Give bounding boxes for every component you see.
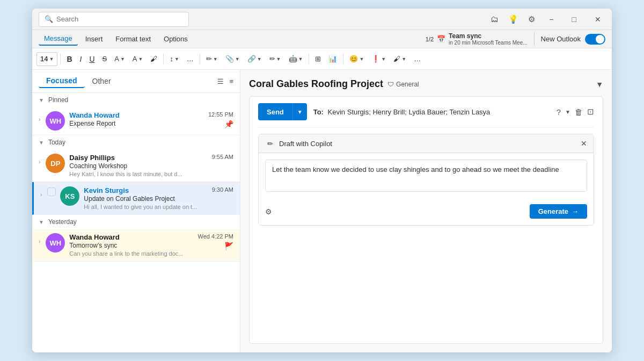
font-color-button[interactable]: A ▼ bbox=[129, 51, 147, 67]
menu-item-format[interactable]: Format text bbox=[110, 33, 156, 45]
compose-title-badge: 🛡 General bbox=[387, 81, 419, 88]
sensitivity-button[interactable]: 🖌 ▼ bbox=[390, 51, 409, 67]
font-color-chevron: ▼ bbox=[138, 56, 143, 62]
yesterday-group-header[interactable]: ▼ Yesterday bbox=[32, 215, 240, 229]
email-sender-kevin: Kevin Sturgis bbox=[84, 186, 207, 194]
draw-icon: ✏ bbox=[269, 55, 275, 63]
inbox-icon[interactable]: 🗂 bbox=[491, 15, 499, 24]
strikethrough-button[interactable]: S bbox=[99, 51, 111, 67]
email-preview-kevin: Hi all, I wanted to give you an update o… bbox=[84, 204, 207, 210]
sidebar: Focused Other ☰ ≡ ▼ Pinned › WH Wanda Ho… bbox=[32, 70, 240, 352]
copilot-chevron: ▼ bbox=[298, 56, 303, 62]
calendar-icon: 📅 bbox=[437, 35, 445, 43]
lightbulb-icon[interactable]: 💡 bbox=[508, 15, 518, 24]
today-email-item-daisy[interactable]: › DP Daisy Phillips Coaching Workshop He… bbox=[32, 149, 240, 182]
line-spacing-button[interactable]: ↕ ▼ bbox=[166, 51, 182, 67]
search-input[interactable] bbox=[56, 15, 183, 23]
email-time-wanda2: Wed 4:22 PM bbox=[198, 233, 233, 240]
generate-button[interactable]: Generate → bbox=[530, 204, 587, 219]
copilot-close-icon[interactable]: ✕ bbox=[581, 139, 587, 148]
sidebar-tab-icons: ☰ ≡ bbox=[217, 77, 233, 85]
copilot-button[interactable]: 🤖 ▼ bbox=[286, 51, 306, 67]
new-outlook-switch[interactable] bbox=[585, 34, 605, 45]
reading-pane-icon[interactable]: ☰ bbox=[217, 77, 224, 85]
minimize-button[interactable]: − bbox=[545, 13, 558, 26]
yesterday-expand-icon: ▼ bbox=[39, 219, 44, 225]
yesterday-group-label: Yesterday bbox=[48, 218, 77, 226]
font-color-icon: A bbox=[133, 55, 137, 63]
underline-button[interactable]: U bbox=[86, 51, 98, 67]
font-size-selector[interactable]: 14 ▼ bbox=[36, 52, 57, 66]
help-dropdown-icon[interactable]: ▼ bbox=[565, 109, 570, 115]
pinned-email-item-wanda[interactable]: › WH Wanda Howard Expense Report 12:55 P… bbox=[32, 107, 240, 135]
send-dropdown-button[interactable]: ▼ bbox=[292, 103, 307, 120]
highlight-chevron: ▼ bbox=[120, 56, 125, 62]
table-button[interactable]: ⊞ bbox=[312, 51, 324, 67]
copilot-options-icon[interactable]: ⚙ bbox=[265, 207, 272, 216]
compose-title-text: Coral Gables Roofing Project bbox=[249, 78, 383, 90]
email-content: Wanda Howard Expense Report bbox=[69, 111, 204, 128]
tab-other[interactable]: Other bbox=[85, 75, 119, 88]
email-time-kevin: 9:30 AM bbox=[212, 186, 233, 193]
draw-button[interactable]: ✏ ▼ bbox=[266, 51, 284, 67]
today-group-header[interactable]: ▼ Today bbox=[32, 135, 240, 149]
toolbar-more-button[interactable]: … bbox=[411, 51, 424, 67]
compose-header: Coral Gables Roofing Project 🛡 General ▼ bbox=[249, 78, 603, 90]
email-checkbox[interactable] bbox=[47, 187, 56, 196]
italic-button[interactable]: I bbox=[77, 51, 85, 67]
expand-icon[interactable]: ⊡ bbox=[587, 107, 594, 117]
today-email-item-kevin[interactable]: › KS Kevin Sturgis Update on Coral Gable… bbox=[32, 182, 240, 215]
copilot-text-input[interactable] bbox=[265, 160, 587, 192]
copilot-draft-icon: ✏ bbox=[265, 139, 275, 148]
email-subject-kevin: Update on Coral Gables Project bbox=[84, 195, 207, 203]
team-sync-detail: in 20 min Microsoft Teams Mee... bbox=[449, 40, 528, 46]
emoji-chevron: ▼ bbox=[359, 56, 364, 62]
sensitivity-chevron: ▼ bbox=[401, 56, 406, 62]
flag-icon: ❗ bbox=[371, 55, 380, 63]
menu-item-options[interactable]: Options bbox=[158, 33, 193, 45]
emoji-button[interactable]: 😊 ▼ bbox=[346, 51, 367, 67]
avatar: WH bbox=[46, 111, 65, 131]
team-sync-badge: 1/2 📅 Team sync in 20 min Microsoft Team… bbox=[426, 32, 535, 46]
compose-card: Send ▼ To: Kevin Sturgis; Henry Brill; L… bbox=[249, 96, 603, 344]
maximize-button[interactable]: □ bbox=[568, 13, 581, 26]
email-content-kevin: Kevin Sturgis Update on Coral Gables Pro… bbox=[84, 186, 207, 210]
font-size-value: 14 bbox=[40, 55, 48, 63]
highlight-button[interactable]: A ▼ bbox=[111, 51, 128, 67]
compose-collapse-icon[interactable]: ▼ bbox=[596, 80, 603, 89]
copilot-panel: ✏ Draft with Copilot ✕ ⚙ Generate → bbox=[258, 134, 594, 226]
email-content-daisy: Daisy Phillips Coaching Workshop Hey Kat… bbox=[69, 154, 207, 177]
email-meta-kevin: 9:30 AM bbox=[212, 186, 233, 193]
signature-button[interactable]: ✏ ▼ bbox=[203, 51, 221, 67]
menu-item-message[interactable]: Message bbox=[39, 32, 78, 46]
toolbar-separator-2 bbox=[163, 54, 164, 64]
highlight-icon: A bbox=[114, 55, 119, 63]
draw-chevron: ▼ bbox=[276, 56, 281, 62]
format-painter-button[interactable]: 🖌 bbox=[147, 51, 160, 67]
team-sync-count: 1/2 bbox=[426, 36, 434, 42]
toolbar-separator-3 bbox=[200, 54, 200, 64]
pinned-group-header[interactable]: ▼ Pinned bbox=[32, 93, 240, 107]
team-sync-info: Team sync in 20 min Microsoft Teams Mee.… bbox=[449, 32, 528, 46]
send-button[interactable]: Send bbox=[258, 103, 292, 120]
copilot-body bbox=[259, 153, 594, 204]
link-button[interactable]: 🔗 ▼ bbox=[244, 51, 265, 67]
close-button[interactable]: ✕ bbox=[590, 13, 605, 26]
menu-item-insert[interactable]: Insert bbox=[80, 33, 108, 45]
flag-icon-wanda2: 🚩 bbox=[224, 242, 233, 250]
search-box[interactable]: 🔍 bbox=[39, 12, 189, 27]
flag-button[interactable]: ❗ ▼ bbox=[368, 51, 389, 67]
chart-button[interactable]: 📊 bbox=[325, 51, 340, 67]
settings-icon[interactable]: ⚙ bbox=[528, 15, 535, 24]
tab-focused[interactable]: Focused bbox=[39, 74, 85, 88]
more-format-button[interactable]: … bbox=[184, 51, 197, 67]
bold-button[interactable]: B bbox=[63, 51, 75, 67]
help-icon[interactable]: ? bbox=[557, 107, 561, 117]
filter-icon[interactable]: ≡ bbox=[229, 77, 233, 85]
font-size-chevron: ▼ bbox=[49, 56, 54, 62]
menu-bar-right: 1/2 📅 Team sync in 20 min Microsoft Team… bbox=[426, 32, 605, 46]
yesterday-email-item-wanda[interactable]: › WH Wanda Howard Tomorrow's sync Can yo… bbox=[32, 229, 240, 262]
attach-button[interactable]: 📎 ▼ bbox=[222, 51, 243, 67]
title-bar: 🔍 🗂 💡 ⚙ − □ ✕ bbox=[32, 9, 612, 30]
delete-icon[interactable]: 🗑 bbox=[575, 107, 583, 117]
